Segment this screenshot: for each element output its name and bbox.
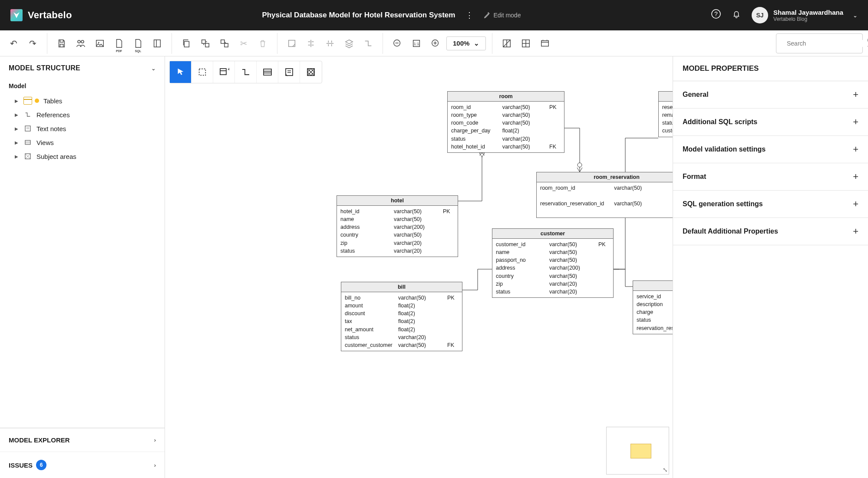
table-bill[interactable]: billbill_novarchar(50)PKamountfloat(2)di… [341, 282, 462, 351]
duplicate-button[interactable] [216, 35, 233, 52]
svg-rect-34 [220, 69, 226, 75]
tree-item-views[interactable]: ▶Views [9, 135, 156, 149]
marquee-tool[interactable] [191, 61, 213, 83]
property-section-model-validation-settings[interactable]: Model validation settings+ [673, 136, 868, 163]
sql-export-button[interactable]: SQL [130, 35, 146, 52]
column-row: room_typevarchar(50) [451, 111, 561, 119]
model-menu-icon[interactable]: ⋮ [462, 10, 477, 20]
column-row: descriptionvarchar(50) [637, 300, 673, 308]
help-icon[interactable]: ? [711, 9, 721, 22]
zoom-in-button[interactable] [427, 35, 444, 52]
column-row: chargefloat(2) [637, 308, 673, 316]
align-center-button[interactable] [322, 35, 338, 52]
table-room_reservation[interactable]: room_reservationroom_room_idvarchar(50)P… [536, 172, 673, 218]
tree-item-subject-areas[interactable]: ▶Subject areas [9, 149, 156, 163]
xml-export-button[interactable] [149, 35, 165, 52]
search-box[interactable]: CTRL + F [776, 33, 863, 53]
table-reservation[interactable]: reservationreservation_idvarchar(50)PKre… [658, 91, 673, 137]
zoom-fit-button[interactable]: 1:1 [408, 35, 425, 52]
grid-button[interactable] [498, 35, 515, 52]
brand[interactable]: Vertabelo [10, 9, 72, 21]
paste-button[interactable] [197, 35, 214, 52]
table-room[interactable]: roomroom_idvarchar(50)PKroom_typevarchar… [447, 91, 564, 153]
model-root[interactable]: Model [9, 82, 156, 89]
pdf-export-button[interactable]: PDF [111, 35, 127, 52]
add-reference-tool[interactable] [235, 61, 257, 83]
plus-icon: + [853, 89, 858, 100]
diagram-canvas[interactable]: + [165, 56, 673, 478]
delete-button[interactable] [254, 35, 271, 52]
column-row: reservation_reservavarchar(50)FK [637, 324, 673, 332]
column-row: statusvarchar(20) [451, 135, 561, 143]
caret-icon: ▶ [15, 154, 19, 159]
select-tool[interactable] [170, 61, 191, 83]
property-section-general[interactable]: General+ [673, 81, 868, 109]
column-row: statusvarchar(20) [340, 247, 454, 255]
search-input[interactable] [787, 40, 863, 47]
table-service[interactable]: serviceservice_idvarchar(50)PKdescriptio… [633, 280, 673, 334]
save-button[interactable] [53, 35, 70, 52]
property-label: SQL generation settings [683, 200, 763, 208]
logo-icon [10, 9, 23, 21]
canvas-toolbar: + [169, 61, 322, 83]
app-header: Vertabelo Physical Database Model for Ho… [0, 0, 868, 30]
redo-button[interactable]: ↷ [24, 35, 41, 52]
chevron-down-icon: ⌄ [853, 12, 858, 19]
table-header: reservation [659, 92, 673, 102]
routing-button[interactable] [360, 35, 376, 52]
issues-header[interactable]: ISSUES6 › [0, 452, 165, 478]
snap-button[interactable] [518, 35, 534, 52]
plus-icon: + [853, 171, 858, 182]
column-row: room_idvarchar(50)PK [451, 103, 561, 111]
svg-text:+: + [228, 67, 229, 72]
property-section-sql-generation-settings[interactable]: SQL generation settings+ [673, 191, 868, 218]
chevron-right-icon: › [154, 462, 156, 468]
model-structure-header[interactable]: MODEL STRUCTURE ⌄ [0, 56, 165, 80]
user-menu[interactable]: SJ Shamal Jayawardhana Vertabelo Blog ⌄ [752, 7, 858, 23]
add-note-tool[interactable] [278, 61, 300, 83]
add-view-tool[interactable] [257, 61, 278, 83]
caret-icon: ▶ [15, 126, 19, 131]
add-area-tool[interactable] [300, 61, 322, 83]
tree-item-label: Tables [43, 97, 62, 105]
mini-map[interactable]: ⤡ [606, 427, 669, 475]
column-row: customer_idvarchar(50)PK [496, 241, 610, 248]
column-row: zipvarchar(20) [340, 239, 454, 247]
tree-item-tables[interactable]: ▶Tables [9, 94, 156, 108]
bell-icon[interactable] [732, 9, 741, 21]
column-row: bill_novarchar(50)PK [345, 294, 459, 302]
property-section-default-additional-properties[interactable]: Default Additional Properties+ [673, 218, 868, 245]
column-row: room_codevarchar(50) [451, 119, 561, 127]
table-customer[interactable]: customercustomer_idvarchar(50)PKnamevarc… [492, 228, 614, 298]
layers-button[interactable] [341, 35, 357, 52]
edit-mode-button[interactable]: Edit mode [484, 12, 521, 19]
cut-button[interactable]: ✂ [235, 35, 252, 52]
caret-icon: ▶ [15, 112, 19, 117]
property-section-format[interactable]: Format+ [673, 163, 868, 191]
table-hotel[interactable]: hotelhotel_idvarchar(50)PKnamevarchar(50… [337, 195, 458, 257]
tree-item-text-notes[interactable]: ▶Text notes [9, 122, 156, 135]
table-header: hotel [337, 196, 458, 206]
property-section-additional-sql-scripts[interactable]: Additional SQL scripts+ [673, 109, 868, 136]
mini-map-viewport [630, 444, 651, 458]
column-row: charge_per_dayfloat(2) [451, 127, 561, 135]
add-table-tool[interactable]: + [213, 61, 235, 83]
chevron-down-icon: ⌄ [151, 65, 156, 72]
table-header: bill [341, 282, 462, 292]
theme-button[interactable] [537, 35, 553, 52]
model-explorer-header[interactable]: MODEL EXPLORER › [0, 428, 165, 452]
copy-button[interactable] [178, 35, 195, 52]
pencil-icon [484, 12, 491, 19]
image-export-button[interactable] [92, 35, 108, 52]
zoom-select[interactable]: 100%⌄ [446, 36, 486, 50]
svg-rect-25 [541, 40, 549, 46]
undo-button[interactable]: ↶ [5, 35, 22, 52]
zoom-out-button[interactable] [389, 35, 406, 52]
column-row: namevarchar(50) [340, 215, 454, 223]
tree-item-references[interactable]: ▶References [9, 108, 156, 122]
arrange-button[interactable] [284, 35, 300, 52]
share-button[interactable] [73, 35, 89, 52]
column-row: customer_customvarchar(50)FK [662, 127, 673, 135]
table-header: room_reservation [537, 172, 673, 182]
align-left-button[interactable] [303, 35, 319, 52]
